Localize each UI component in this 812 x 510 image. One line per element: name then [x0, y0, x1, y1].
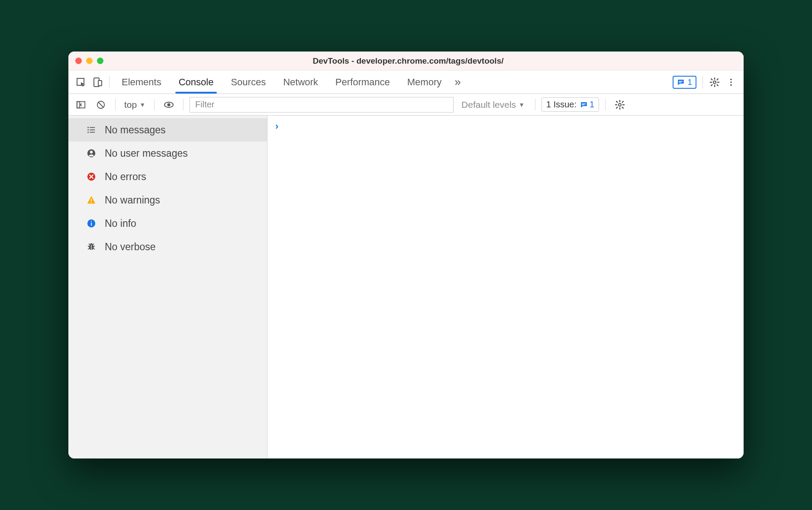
tab-network[interactable]: Network: [274, 71, 327, 94]
svg-rect-28: [91, 202, 92, 203]
svg-rect-10: [77, 101, 80, 108]
sidebar-item-label: No verbose: [105, 241, 156, 253]
svg-rect-31: [91, 221, 92, 222]
issues-label: 1 Issue:: [546, 100, 577, 110]
sidebar-item-verbose[interactable]: No verbose: [68, 235, 267, 258]
sidebar-item-label: No errors: [105, 171, 146, 183]
issues-count: 1: [590, 100, 594, 110]
tab-performance[interactable]: Performance: [327, 71, 399, 94]
svg-rect-4: [679, 82, 682, 83]
svg-rect-30: [91, 223, 92, 226]
execution-context-select[interactable]: top ▼: [122, 100, 148, 110]
svg-rect-2: [98, 81, 102, 86]
console-body: No messages No user messages No errors N…: [68, 116, 744, 458]
console-output[interactable]: ›: [267, 116, 744, 458]
error-icon: [86, 172, 97, 181]
live-expression-icon[interactable]: [161, 97, 177, 113]
svg-rect-27: [91, 199, 92, 201]
tab-sources[interactable]: Sources: [222, 71, 274, 94]
svg-rect-23: [90, 132, 95, 133]
divider: [535, 99, 535, 110]
sidebar-item-info[interactable]: No info: [68, 212, 267, 235]
sidebar-item-errors[interactable]: No errors: [68, 165, 267, 188]
tab-elements[interactable]: Elements: [113, 71, 170, 94]
levels-label: Default levels: [461, 100, 516, 110]
svg-rect-15: [582, 103, 586, 104]
svg-point-6: [730, 78, 732, 80]
svg-line-12: [99, 102, 103, 107]
svg-point-20: [87, 129, 89, 131]
kebab-menu-icon[interactable]: [723, 74, 739, 90]
svg-rect-21: [90, 129, 95, 130]
svg-point-25: [90, 151, 93, 153]
chevron-down-icon: ▼: [519, 101, 525, 108]
divider: [183, 99, 184, 110]
console-toolbar: top ▼ Default levels ▼ 1 Issue: 1: [68, 94, 744, 116]
svg-rect-19: [90, 127, 95, 128]
messages-badge-count: 1: [687, 77, 692, 87]
titlebar: DevTools - developer.chrome.com/tags/dev…: [68, 52, 744, 71]
context-label: top: [124, 100, 137, 110]
device-toolbar-icon[interactable]: [89, 74, 106, 90]
divider: [115, 99, 116, 110]
sidebar-item-label: No warnings: [105, 194, 160, 206]
chevron-down-icon: ▼: [139, 101, 145, 108]
sidebar-item-messages[interactable]: No messages: [68, 118, 267, 142]
log-levels-select[interactable]: Default levels ▼: [457, 100, 529, 110]
console-prompt: ›: [275, 121, 278, 132]
svg-point-18: [87, 127, 89, 128]
sidebar-item-label: No messages: [105, 124, 166, 136]
toggle-sidebar-icon[interactable]: [73, 97, 89, 113]
sidebar-item-warnings[interactable]: No warnings: [68, 188, 267, 212]
divider: [605, 99, 606, 110]
issues-button[interactable]: 1 Issue: 1: [541, 97, 599, 112]
tab-memory[interactable]: Memory: [399, 71, 450, 94]
console-sidebar: No messages No user messages No errors N…: [68, 116, 267, 458]
messages-badge[interactable]: 1: [673, 76, 696, 89]
list-icon: [86, 125, 97, 135]
tab-console[interactable]: Console: [170, 71, 222, 94]
more-tabs-button[interactable]: »: [450, 75, 465, 89]
user-icon: [86, 148, 97, 158]
bug-icon: [86, 242, 97, 252]
svg-point-22: [87, 132, 89, 133]
svg-point-14: [168, 103, 171, 106]
divider: [154, 99, 155, 110]
svg-point-8: [730, 84, 732, 86]
console-settings-icon[interactable]: [612, 97, 628, 113]
info-icon: [86, 219, 97, 228]
devtools-window: DevTools - developer.chrome.com/tags/dev…: [68, 52, 744, 458]
window-title: DevTools - developer.chrome.com/tags/dev…: [80, 56, 737, 66]
inspect-element-icon[interactable]: [73, 74, 89, 90]
settings-icon[interactable]: [706, 74, 723, 90]
panel-tabs: Elements Console Sources Network Perform…: [68, 71, 744, 94]
svg-rect-16: [582, 104, 585, 105]
sidebar-item-user-messages[interactable]: No user messages: [68, 142, 267, 165]
svg-point-17: [619, 103, 621, 106]
clear-console-icon[interactable]: [93, 97, 109, 113]
divider: [702, 76, 703, 88]
svg-point-5: [713, 81, 716, 84]
sidebar-item-label: No info: [105, 218, 136, 229]
svg-rect-3: [679, 81, 683, 82]
svg-point-7: [730, 81, 732, 83]
svg-rect-9: [77, 101, 85, 108]
divider: [109, 76, 110, 88]
warning-icon: [86, 195, 97, 205]
issues-count-chip: 1: [580, 100, 594, 110]
sidebar-item-label: No user messages: [105, 148, 188, 159]
filter-input[interactable]: [190, 97, 454, 113]
